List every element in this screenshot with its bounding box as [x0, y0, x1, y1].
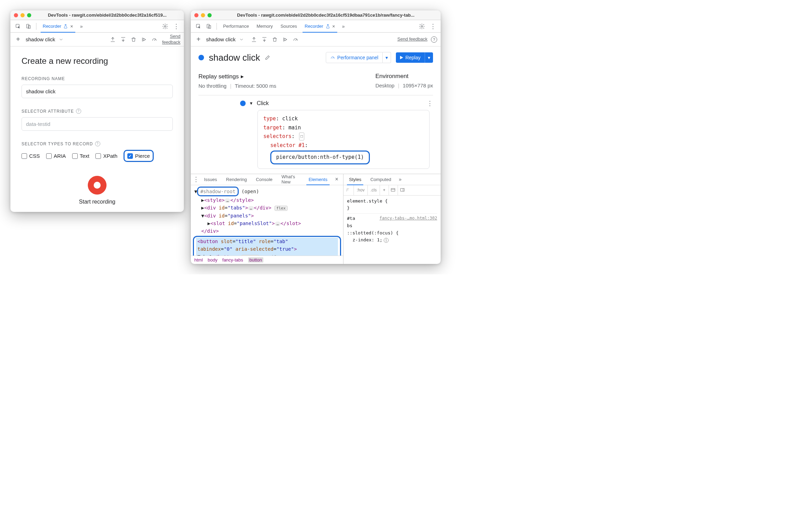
edit-icon[interactable] — [265, 55, 270, 60]
more-tabs-icon[interactable]: » — [339, 24, 348, 29]
new-recording-icon[interactable]: + — [14, 35, 22, 43]
tab-computed[interactable]: Computed — [366, 174, 395, 185]
more-tabs-icon[interactable]: » — [77, 24, 86, 29]
info-icon[interactable]: i — [384, 238, 389, 243]
help-icon[interactable]: ? — [431, 36, 437, 43]
kebab-menu-icon[interactable]: ⋮ — [171, 22, 181, 31]
import-icon[interactable] — [120, 36, 126, 43]
maximize-window-icon[interactable] — [207, 13, 212, 17]
recording-selector-label[interactable]: shadow click — [26, 36, 55, 42]
dom-line[interactable]: ▶<style>…</style> — [191, 196, 343, 204]
filter-input[interactable]: F — [343, 185, 354, 195]
delete-icon[interactable] — [272, 36, 278, 43]
inspect-icon[interactable] — [194, 22, 203, 31]
new-recording-icon[interactable]: + — [194, 35, 203, 43]
tab-issues[interactable]: Issues — [200, 174, 221, 185]
check-css[interactable]: CSS — [22, 153, 40, 159]
drawer-menu-icon[interactable]: ⋮ — [193, 174, 199, 184]
tab-styles[interactable]: Styles — [345, 174, 365, 185]
selector-attribute-input[interactable] — [22, 117, 173, 131]
close-window-icon[interactable] — [14, 13, 18, 17]
recording-selector-label[interactable]: shadow click — [206, 36, 236, 42]
dom-line[interactable]: ▼<div id="panels"> — [191, 212, 343, 220]
device-toggle-icon[interactable] — [204, 22, 214, 31]
layout-pane-icon[interactable] — [398, 185, 407, 195]
dom-line[interactable]: </div> — [191, 227, 343, 235]
close-window-icon[interactable] — [194, 13, 198, 17]
step-header[interactable]: ▼ Click ⋮ — [198, 95, 433, 110]
new-rule-icon[interactable]: + — [380, 185, 389, 195]
performance-panel-button[interactable]: Performance panel — [326, 52, 383, 63]
export-icon[interactable] — [110, 36, 116, 43]
cls-toggle[interactable]: .cls — [368, 185, 380, 195]
tab-performance[interactable]: Performance — [220, 20, 252, 32]
tab-sources[interactable]: Sources — [277, 20, 300, 32]
check-text[interactable]: Text — [72, 153, 90, 159]
close-tab-icon[interactable]: × — [332, 24, 335, 29]
record-button-icon[interactable] — [88, 176, 107, 195]
dom-line[interactable]: ▶<div id="tabs">…</div> flex — [191, 204, 343, 212]
styles-rules[interactable]: element.style { } fancy-tabs-…mo.html:30… — [343, 196, 441, 264]
play-icon — [400, 56, 403, 59]
computed-sidebar-icon[interactable] — [389, 185, 398, 195]
crumb-button[interactable]: button — [248, 257, 263, 263]
settings-gear-icon[interactable] — [417, 22, 427, 31]
tab-rendering[interactable]: Rendering — [222, 174, 251, 185]
dom-line-selected[interactable]: <button slot="title" role="tab" — [196, 238, 338, 245]
page-heading: Create a new recording — [22, 56, 173, 66]
tab-memory[interactable]: Memory — [253, 20, 276, 32]
crumb-fancy-tabs[interactable]: fancy-tabs — [222, 257, 243, 263]
minimize-window-icon[interactable] — [201, 13, 205, 17]
replay-button[interactable]: Replay — [396, 52, 425, 63]
inspect-icon[interactable] — [13, 22, 23, 31]
help-icon[interactable]: ? — [95, 141, 100, 146]
step-play-icon[interactable] — [141, 36, 147, 43]
performance-panel-button-group: Performance panel ▾ — [326, 52, 391, 63]
export-icon[interactable] — [251, 36, 257, 43]
check-pierce[interactable]: Pierce — [127, 153, 150, 159]
crumb-body[interactable]: body — [208, 257, 218, 263]
send-feedback-link[interactable]: Send feedback — [161, 34, 180, 45]
delete-icon[interactable] — [130, 36, 137, 43]
check-aria[interactable]: ARIA — [46, 153, 66, 159]
dom-line[interactable]: ▶<slot id="panelsSlot">…</slot> — [191, 220, 343, 227]
speed-icon[interactable] — [151, 36, 158, 43]
dom-tree[interactable]: ▼#shadow-root (open) ▶<style>…</style> ▶… — [191, 185, 343, 256]
check-xpath[interactable]: XPath — [95, 153, 117, 159]
source-link[interactable]: fancy-tabs-…mo.html:302 — [380, 215, 437, 222]
replay-caret[interactable]: ▾ — [425, 52, 433, 63]
chevron-down-icon[interactable] — [59, 37, 63, 42]
step-play-icon[interactable] — [282, 36, 288, 43]
minimize-window-icon[interactable] — [20, 13, 25, 17]
send-feedback-link[interactable]: Send feedback — [397, 36, 427, 42]
flex-badge[interactable]: flex — [274, 206, 288, 211]
inspect-selector-icon[interactable]: ⬚ — [299, 132, 304, 140]
close-tab-icon[interactable]: × — [70, 24, 73, 29]
import-icon[interactable] — [261, 36, 268, 43]
dom-line-selected[interactable]: Tab 1</button> ⬚ slot == $0 — [196, 253, 338, 256]
crumb-html[interactable]: html — [194, 257, 203, 263]
replay-button-group: Replay ▾ — [396, 52, 433, 63]
maximize-window-icon[interactable] — [27, 13, 31, 17]
perf-panel-caret[interactable]: ▾ — [383, 52, 391, 63]
recording-name-input[interactable] — [22, 85, 173, 98]
hov-toggle[interactable]: :hov — [354, 185, 368, 195]
device-toggle-icon[interactable] — [24, 22, 33, 31]
close-drawer-icon[interactable]: × — [332, 176, 341, 182]
tab-recorder[interactable]: Recorder × — [301, 20, 339, 32]
more-tabs-icon[interactable]: » — [396, 177, 404, 182]
settings-gear-icon[interactable] — [160, 22, 170, 31]
chevron-down-icon[interactable] — [239, 37, 244, 42]
dom-line-selected[interactable]: tabindex="0" aria-selected="true"> — [196, 245, 338, 253]
tab-whatsnew[interactable]: What's New — [277, 174, 304, 185]
tab-recorder[interactable]: Recorder × — [39, 20, 77, 32]
tab-console[interactable]: Console — [252, 174, 277, 185]
selector-value-highlight: pierce/button:nth-of-type(1) — [270, 151, 370, 164]
help-icon[interactable]: ? — [76, 109, 81, 114]
speed-icon[interactable] — [292, 36, 299, 43]
tab-elements[interactable]: Elements — [304, 174, 331, 185]
replay-settings-header[interactable]: Replay settings ▸ — [198, 73, 276, 80]
step-menu-icon[interactable]: ⋮ — [427, 100, 433, 107]
kebab-menu-icon[interactable]: ⋮ — [428, 22, 438, 31]
dom-shadow-root[interactable]: ▼#shadow-root (open) — [191, 187, 343, 196]
